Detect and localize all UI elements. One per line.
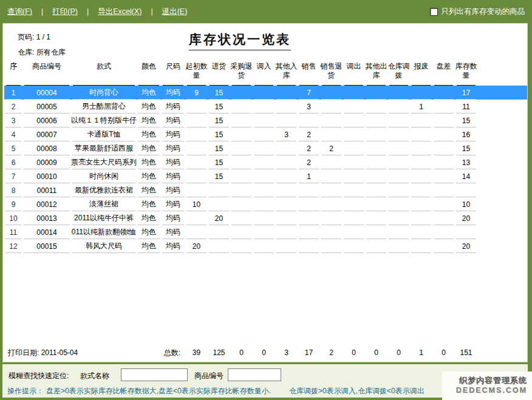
table-cell-filler bbox=[477, 127, 527, 141]
menu-item-1[interactable]: 查询(F) bbox=[7, 7, 32, 17]
table-cell: 9 bbox=[185, 86, 208, 100]
column-header: 库存数量 bbox=[455, 60, 477, 86]
table-row[interactable]: 400007卡通版T恤均色均码153216 bbox=[4, 127, 527, 141]
menu-item-4[interactable]: 退出(E) bbox=[162, 7, 188, 17]
table-cell bbox=[365, 141, 387, 155]
total-value: 151 bbox=[455, 346, 477, 359]
table-cell: 3 bbox=[298, 100, 320, 114]
table-cell bbox=[343, 169, 365, 183]
table-cell: 16 bbox=[455, 127, 477, 141]
table-cell bbox=[253, 225, 275, 239]
table-cell: 00012 bbox=[22, 197, 71, 211]
table-row[interactable]: 10000132011以纯牛仔中裤均色均码2020 bbox=[4, 211, 527, 225]
table-cell: 3 bbox=[4, 114, 22, 127]
table-cell bbox=[230, 127, 253, 141]
table-cell: 10 bbox=[455, 197, 477, 211]
table-cell bbox=[432, 183, 455, 197]
table-cell: 均码 bbox=[161, 197, 185, 211]
table-cell bbox=[410, 127, 432, 141]
table-cell: 均码 bbox=[161, 155, 185, 169]
table-cell bbox=[298, 225, 320, 239]
table-cell bbox=[275, 86, 298, 100]
table-cell bbox=[230, 197, 253, 211]
menu-separator: | bbox=[41, 7, 43, 16]
total-value: 0 bbox=[387, 346, 410, 359]
table-row[interactable]: 500008苹果最新舒适西服均色均码152215 bbox=[4, 141, 527, 155]
table-cell: 均码 bbox=[161, 225, 185, 239]
table-row[interactable]: 800011最新优雅款连衣裙均色均码 bbox=[4, 183, 527, 197]
total-value: 125 bbox=[208, 346, 230, 359]
table-cell-filler bbox=[477, 86, 527, 100]
table-cell bbox=[365, 86, 387, 100]
table-cell: 均色 bbox=[137, 197, 161, 211]
totals-table-row: 打印日期: 2011-05-04总数:3912500317200010151 bbox=[4, 346, 527, 359]
table-cell bbox=[320, 169, 343, 183]
report-title: 库存状况一览表 bbox=[189, 31, 291, 50]
table-cell: 14 bbox=[455, 169, 477, 183]
column-header: 调入 bbox=[253, 60, 275, 86]
total-value: 0 bbox=[432, 346, 455, 359]
table-cell: 均码 bbox=[161, 100, 185, 114]
table-cell bbox=[275, 225, 298, 239]
table-row[interactable]: 600009票亮女生大尺码系列均色均码15213 bbox=[4, 155, 527, 169]
table-cell: 10 bbox=[185, 197, 208, 211]
table-cell bbox=[320, 100, 343, 114]
table-cell bbox=[208, 197, 230, 211]
table-cell: 均色 bbox=[137, 211, 161, 225]
checkbox-icon[interactable] bbox=[430, 8, 438, 16]
table-cell bbox=[230, 211, 253, 225]
table-cell: 1 bbox=[410, 100, 432, 114]
page-number-label: 页码: 1 / 1 bbox=[18, 32, 50, 42]
checkbox-label: 只列出有库存变动的商品 bbox=[442, 7, 525, 17]
table-cell bbox=[432, 197, 455, 211]
table-cell bbox=[275, 183, 298, 197]
column-header: 序 bbox=[4, 60, 22, 86]
table-cell-filler bbox=[477, 100, 527, 114]
column-header: 尺码 bbox=[161, 60, 185, 86]
table-cell: 2 bbox=[4, 100, 22, 114]
total-value: 0 bbox=[230, 346, 253, 359]
table-row[interactable]: 1100014011以纯新款翻领t恤均色均码 bbox=[4, 225, 527, 239]
table-cell bbox=[387, 155, 410, 169]
table-cell bbox=[320, 86, 343, 100]
table-cell: 20 bbox=[455, 211, 477, 225]
table-cell: 00007 bbox=[22, 127, 71, 141]
table-cell bbox=[320, 127, 343, 141]
menu-item-3[interactable]: 导出Excel(X) bbox=[98, 7, 142, 17]
table-cell: 均色 bbox=[137, 86, 161, 100]
table-cell bbox=[253, 183, 275, 197]
table-cell: 均码 bbox=[161, 86, 185, 100]
table-cell bbox=[320, 225, 343, 239]
table-cell: 15 bbox=[208, 100, 230, 114]
table-cell bbox=[410, 239, 432, 253]
table-cell-filler bbox=[477, 169, 527, 183]
table-row[interactable]: 200005男士酷黑背心均色均码153111 bbox=[4, 100, 527, 114]
product-code-input[interactable] bbox=[228, 368, 281, 381]
table-cell: 8 bbox=[4, 183, 22, 197]
table-row[interactable]: 700010时尚休闲均色均码15114 bbox=[4, 169, 527, 183]
table-cell-filler bbox=[477, 114, 527, 127]
table-cell bbox=[275, 239, 298, 253]
table-cell: 15 bbox=[208, 86, 230, 100]
table-row[interactable]: 300006以纯１１特别版牛仔均色均码1515 bbox=[4, 114, 527, 127]
table-row[interactable]: 100004时尚背心均色均码915717 bbox=[4, 86, 527, 100]
table-cell bbox=[410, 86, 432, 100]
table-cell bbox=[387, 169, 410, 183]
table-cell: 时尚背心 bbox=[71, 86, 137, 100]
filter-stock-change-checkbox[interactable]: 只列出有库存变动的商品 bbox=[430, 7, 525, 17]
table-row[interactable]: 1200015韩风大尺码均色均码2020 bbox=[4, 239, 527, 253]
table-cell bbox=[185, 169, 208, 183]
menu-item-2[interactable]: 打印(P) bbox=[52, 7, 78, 17]
table-cell bbox=[410, 183, 432, 197]
table-cell bbox=[343, 197, 365, 211]
table-row[interactable]: 900012淡薄丝裙均色均码1010 bbox=[4, 197, 527, 211]
table-cell: 15 bbox=[208, 155, 230, 169]
style-name-input[interactable] bbox=[121, 368, 188, 381]
menu-bar: 查询(F)|打印(P)|导出Excel(X)|退出(E) bbox=[7, 7, 187, 17]
table-cell: 苹果最新舒适西服 bbox=[71, 141, 137, 155]
table-cell bbox=[387, 239, 410, 253]
table-cell: 1 bbox=[4, 86, 22, 100]
table-cell bbox=[365, 211, 387, 225]
total-value: 39 bbox=[185, 346, 208, 359]
table-cell: 12 bbox=[4, 239, 22, 253]
